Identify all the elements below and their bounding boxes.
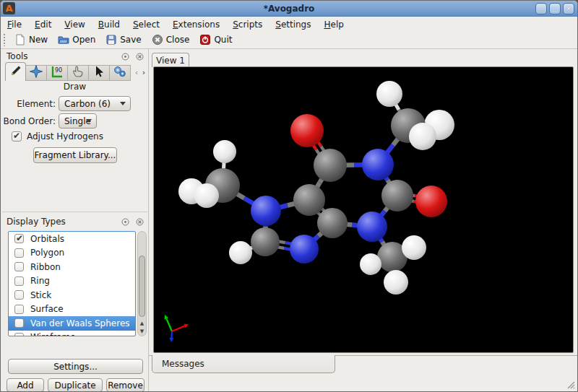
tools-panel-title: Tools — [7, 51, 28, 61]
display-type-row-orbitals[interactable]: Orbitals — [9, 232, 135, 246]
display-type-checkbox[interactable] — [14, 262, 24, 271]
titlebar[interactable]: A *Avogadro – □ ✕ — [1, 1, 577, 17]
navigate-tool-icon — [29, 64, 43, 82]
main-toolbar: NewOpenSaveCloseQuit — [1, 31, 577, 49]
display-type-row-ribbon[interactable]: Ribbon — [9, 260, 135, 274]
display-type-label: Orbitals — [30, 234, 64, 244]
panel-float-icon[interactable] — [121, 53, 129, 61]
add-button[interactable]: Add — [7, 378, 44, 392]
atom-c[interactable] — [251, 227, 280, 256]
save-toolbar-button[interactable]: Save — [100, 32, 146, 47]
tool-tab-auto-rotate-tool[interactable] — [110, 65, 131, 81]
atom-h[interactable] — [213, 140, 236, 163]
display-type-checkbox[interactable] — [14, 305, 24, 314]
element-combobox[interactable]: Carbon (6) — [59, 96, 131, 111]
svg-text:90: 90 — [55, 67, 62, 74]
atom-h[interactable] — [402, 235, 426, 260]
fragment-library-button[interactable]: Fragment Library... — [33, 147, 117, 163]
panel-close-icon[interactable] — [136, 53, 144, 61]
tab-view-1[interactable]: View 1 — [152, 53, 189, 67]
display-type-checkbox[interactable] — [14, 333, 24, 336]
resize-grip-icon[interactable] — [565, 379, 575, 389]
dock-splitter[interactable] — [2, 212, 147, 212]
scroll-left-icon: ‹ — [133, 67, 140, 79]
menu-extensions[interactable]: Extensions — [166, 19, 226, 30]
tool-tab-pencil-draw-tool[interactable] — [5, 62, 26, 81]
toolbar-drag-handle[interactable] — [3, 33, 7, 46]
display-types-list: OrbitalsPolygonRibbonRingStickSurfaceVan… — [8, 231, 136, 336]
maximize-button[interactable]: □ — [549, 3, 561, 14]
atom-o[interactable] — [290, 114, 324, 147]
measure-tool-icon: 90 — [50, 64, 64, 82]
atom-n[interactable] — [362, 149, 394, 180]
menu-build[interactable]: Build — [92, 19, 126, 30]
atom-h[interactable] — [194, 183, 219, 208]
bond-order-combobox[interactable]: Single — [59, 113, 97, 129]
tool-tab-navigate-tool[interactable] — [26, 65, 47, 81]
minimize-button[interactable]: – — [535, 3, 547, 14]
atom-h[interactable] — [376, 81, 402, 107]
display-type-label: Stick — [30, 290, 51, 300]
menu-view[interactable]: View — [58, 19, 91, 30]
menu-help[interactable]: Help — [317, 19, 350, 30]
display-types-panel-title: Display Types — [7, 217, 66, 227]
atom-c[interactable] — [381, 180, 413, 212]
atom-n[interactable] — [357, 212, 387, 242]
atom-c[interactable] — [317, 208, 348, 238]
display-type-row-wireframe[interactable]: Wireframe — [9, 331, 135, 337]
display-type-row-surface[interactable]: Surface — [9, 302, 135, 317]
tab-messages[interactable]: Messages — [152, 355, 335, 373]
atom-o[interactable] — [415, 186, 447, 217]
adjust-hydrogens-checkbox[interactable] — [12, 131, 22, 141]
panel-float-icon[interactable] — [121, 218, 129, 226]
display-type-row-van-der-waals-spheres[interactable]: Van der Waals Spheres — [9, 316, 135, 331]
scroll-up-icon[interactable]: ▲ — [138, 321, 146, 326]
panel-close-icon[interactable] — [136, 218, 144, 226]
menu-edit[interactable]: Edit — [28, 19, 58, 30]
scroll-down-icon[interactable]: ▼ — [138, 328, 146, 334]
atom-n[interactable] — [290, 235, 319, 263]
atom-h[interactable] — [229, 241, 252, 264]
display-type-checkbox[interactable] — [14, 318, 24, 328]
close-button[interactable]: ✕ — [563, 3, 574, 14]
display-type-checkbox[interactable] — [14, 276, 24, 286]
close-toolbar-button[interactable]: Close — [147, 32, 195, 47]
display-type-row-ring[interactable]: Ring — [9, 274, 135, 289]
duplicate-button[interactable]: Duplicate — [48, 378, 103, 392]
tool-tab-select-tool[interactable] — [89, 65, 110, 81]
new-toolbar-button[interactable]: New — [9, 32, 53, 47]
atom-h[interactable] — [409, 123, 436, 150]
display-type-checkbox[interactable] — [14, 248, 24, 258]
atom-c[interactable] — [314, 149, 347, 182]
active-tool-name: Draw — [1, 82, 149, 92]
remove-button[interactable]: Remove — [106, 378, 144, 392]
menu-bar: FileEditViewBuildSelectExtensionsScripts… — [1, 17, 577, 31]
menu-settings[interactable]: Settings — [269, 19, 317, 30]
quit-toolbar-button[interactable]: Quit — [194, 32, 237, 47]
display-type-label: Van der Waals Spheres — [30, 318, 130, 328]
scrollbar-thumb[interactable] — [139, 256, 145, 317]
gl-viewport[interactable] — [153, 66, 574, 353]
atom-n[interactable] — [251, 196, 281, 226]
display-type-checkbox[interactable] — [14, 290, 24, 300]
display-type-checkbox[interactable] — [14, 234, 24, 243]
atom-c[interactable] — [293, 184, 325, 216]
display-type-label: Ring — [30, 276, 50, 286]
atom-h[interactable] — [360, 253, 381, 275]
open-toolbar-button[interactable]: Open — [53, 32, 100, 47]
display-type-row-polygon[interactable]: Polygon — [9, 246, 135, 261]
display-type-row-stick[interactable]: Stick — [9, 288, 135, 302]
open-folder-icon — [58, 34, 69, 45]
menu-file[interactable]: File — [1, 19, 28, 30]
scroll-right-icon: › — [140, 67, 147, 79]
atom-h[interactable] — [384, 270, 408, 295]
tab-scroll-arrows[interactable]: ‹› — [133, 67, 147, 79]
manipulate-tool-icon — [71, 64, 85, 82]
tool-tab-manipulate-tool[interactable] — [68, 65, 89, 81]
display-types-scrollbar[interactable]: ▲ ▼ — [137, 231, 147, 336]
tool-tab-measure-tool[interactable]: 90 — [47, 65, 68, 81]
menu-select[interactable]: Select — [126, 19, 166, 30]
settings-button[interactable]: Settings... — [8, 359, 143, 374]
menu-scripts[interactable]: Scripts — [226, 19, 269, 30]
dock-main-separator[interactable] — [148, 49, 149, 392]
